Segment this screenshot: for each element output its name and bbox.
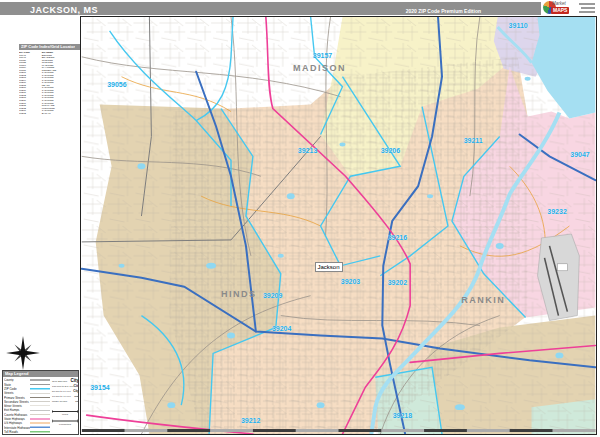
legend-line-sample xyxy=(30,393,50,394)
population-range-label: 100,000 to 249,999 xyxy=(52,384,74,387)
legend-item-label: ZIP Code xyxy=(4,387,30,390)
zip-index-cell: 39272 xyxy=(19,111,42,114)
logo-brand-top: Market xyxy=(552,1,566,6)
legend-population-item: Under 10,000City xyxy=(52,398,79,403)
legend-scale-bars: MilesKilometers xyxy=(52,406,78,425)
zip-label-39232: 39232 xyxy=(547,208,566,215)
population-range-label: Under 10,000 xyxy=(52,399,67,402)
legend-item-label: County xyxy=(4,379,30,382)
legend-item-label: US Highways xyxy=(4,422,30,425)
legend-item-label: County Highways xyxy=(4,413,30,416)
legend-line-sample xyxy=(30,388,50,390)
zip-label-39213: 39213 xyxy=(298,147,317,154)
city-sample-label: City xyxy=(73,389,79,392)
zip-label-39206: 39206 xyxy=(381,147,400,154)
population-range-label: Over 250,000 xyxy=(52,379,67,382)
zip-label-39209: 39209 xyxy=(263,291,282,298)
zip-label-39157: 39157 xyxy=(313,51,332,58)
legend-line-sample xyxy=(30,410,50,411)
legend-line-item: Toll Roads xyxy=(4,430,79,434)
zip-label-39211: 39211 xyxy=(464,137,483,144)
legend-item-label: Toll Roads xyxy=(4,430,30,433)
zip-label-39047: 39047 xyxy=(570,151,589,158)
zip-label-39203: 39203 xyxy=(341,277,360,284)
county-label-rankin: RANKIN xyxy=(461,295,505,305)
legend-item-label: State Highways xyxy=(4,417,30,420)
county-label-hinds: HINDS xyxy=(221,289,257,299)
map-labels: 3905639157MADISON39110392133920639211390… xyxy=(81,17,596,434)
zip-label-39216: 39216 xyxy=(388,233,407,240)
legend-line-sample xyxy=(30,380,50,381)
county-label-madison: MADISON xyxy=(293,63,346,73)
legend-item-label: Minor Streets xyxy=(4,404,30,407)
zip-label-39204: 39204 xyxy=(272,324,291,331)
legend-line-sample xyxy=(30,427,50,429)
zip-label-39056: 39056 xyxy=(107,80,126,87)
legend-item-label: Primary Streets xyxy=(4,396,30,399)
city-sample-label: City xyxy=(74,394,79,397)
legend-line-sample xyxy=(30,397,50,398)
city-sample-label: City xyxy=(74,384,79,388)
zip-label-39202: 39202 xyxy=(388,278,407,285)
scale-bar xyxy=(52,421,78,422)
legend-line-sample xyxy=(30,414,50,415)
legend-header: Map Legend xyxy=(3,371,78,377)
scale-bar-label: Miles xyxy=(52,413,78,416)
legend-item-label: State xyxy=(4,383,30,386)
title-bar: JACKSON, MS 2020 ZIP Code Premium Editio… xyxy=(0,2,543,15)
scale-bar xyxy=(52,411,78,412)
legend-item-label: Secondary Streets xyxy=(4,400,30,403)
logo-brand-bottom: MAPS xyxy=(551,7,569,14)
legend-population-items: Over 250,000City100,000 to 249,999City50… xyxy=(52,378,79,403)
zip-label-39154: 39154 xyxy=(90,384,109,391)
zip-index-cell: BYRAM xyxy=(42,111,86,114)
legend-line-sample xyxy=(30,406,50,407)
scale-bar-label: Kilometers xyxy=(52,422,78,425)
marketmaps-logo: Market MAPS xyxy=(541,0,598,16)
city-sample-label: City xyxy=(75,399,79,402)
legend-line-sample xyxy=(30,431,50,433)
map-legend: Map Legend CountyStateZIP CodeStreetsPri… xyxy=(2,370,79,435)
legend-line-sample xyxy=(30,423,50,424)
population-range-label: 50,000 to 99,999 xyxy=(52,389,71,392)
population-range-label: 10,000 to 49,999 xyxy=(52,394,71,397)
legend-line-sample xyxy=(30,384,50,385)
page-title: JACKSON, MS xyxy=(30,5,98,15)
legend-item-label: Streets xyxy=(4,392,30,395)
map-canvas[interactable]: 3905639157MADISON39110392133920639211390… xyxy=(80,16,597,435)
map-page: JACKSON, MS 2020 ZIP Code Premium Editio… xyxy=(0,0,600,437)
zip-label-39110: 39110 xyxy=(509,21,528,28)
city-label-jackson: Jackson xyxy=(315,262,343,272)
legend-item-label: Exit Ramps xyxy=(4,409,30,412)
legend-item-label: Interstate Highways xyxy=(4,426,30,429)
edition-label: 2020 ZIP Code Premium Edition xyxy=(406,8,481,14)
zip-label-39218: 39218 xyxy=(393,412,412,419)
legend-line-sample xyxy=(30,418,50,419)
city-sample-label: City xyxy=(70,378,79,383)
zip-label-39212: 39212 xyxy=(241,417,260,424)
legend-line-sample xyxy=(30,401,50,402)
compass-rose-icon xyxy=(6,336,40,370)
